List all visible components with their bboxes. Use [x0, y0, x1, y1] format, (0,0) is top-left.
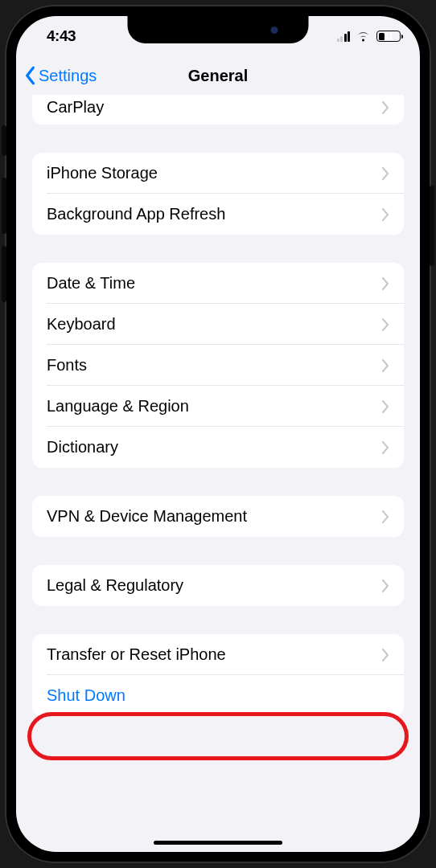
- wifi-icon: [356, 31, 371, 42]
- status-right: 31: [337, 31, 401, 42]
- row-label: Background App Refresh: [47, 205, 225, 223]
- section-legal: Legal & Regulatory: [32, 565, 404, 606]
- chevron-right-icon: [382, 400, 389, 413]
- row-label: Transfer or Reset iPhone: [47, 645, 226, 664]
- row-language-region[interactable]: Language & Region: [32, 386, 404, 427]
- row-label: Dictionary: [47, 438, 118, 457]
- chevron-right-icon: [382, 649, 389, 661]
- row-transfer-or-reset[interactable]: Transfer or Reset iPhone: [32, 634, 404, 675]
- row-iphone-storage[interactable]: iPhone Storage: [32, 153, 404, 194]
- chevron-left-icon: [24, 66, 35, 85]
- section-storage: iPhone Storage Background App Refresh: [32, 153, 404, 235]
- row-date-time[interactable]: Date & Time: [32, 263, 404, 304]
- chevron-right-icon: [382, 441, 389, 454]
- battery-percent: 31: [377, 32, 400, 41]
- row-label: Keyboard: [47, 315, 116, 334]
- row-label: Date & Time: [47, 274, 135, 293]
- back-button[interactable]: Settings: [24, 66, 97, 85]
- row-label: Shut Down: [47, 686, 125, 705]
- section-carplay: CarPlay: [32, 95, 404, 125]
- row-legal-regulatory[interactable]: Legal & Regulatory: [32, 565, 404, 606]
- volume-down-button: [2, 246, 6, 302]
- section-locale: Date & Time Keyboard Fonts Language & Re…: [32, 263, 404, 468]
- row-dictionary[interactable]: Dictionary: [32, 427, 404, 468]
- chevron-right-icon: [382, 167, 389, 180]
- chevron-right-icon: [382, 579, 389, 592]
- row-label: iPhone Storage: [47, 164, 158, 182]
- cellular-icon: [337, 31, 351, 42]
- row-fonts[interactable]: Fonts: [32, 345, 404, 386]
- notch: [128, 16, 309, 43]
- home-indicator[interactable]: [154, 841, 282, 845]
- row-shut-down[interactable]: Shut Down: [32, 675, 404, 716]
- settings-content[interactable]: CarPlay iPhone Storage Background App Re…: [16, 95, 420, 852]
- row-label: Language & Region: [47, 397, 189, 416]
- row-label: CarPlay: [47, 98, 104, 117]
- row-label: Legal & Regulatory: [47, 576, 183, 595]
- volume-up-button: [2, 178, 6, 234]
- status-time: 4:43: [47, 27, 76, 45]
- nav-bar: Settings General: [16, 56, 420, 95]
- chevron-right-icon: [382, 359, 389, 372]
- phone-frame: 4:43 31 Settings General: [5, 5, 431, 863]
- screen: 4:43 31 Settings General: [16, 16, 420, 852]
- side-button: [430, 186, 434, 266]
- chevron-right-icon: [382, 208, 389, 221]
- battery-icon: 31: [376, 31, 401, 42]
- row-vpn-device-management[interactable]: VPN & Device Management: [32, 496, 404, 537]
- mute-switch: [2, 125, 6, 156]
- row-background-app-refresh[interactable]: Background App Refresh: [32, 194, 404, 235]
- chevron-right-icon: [382, 277, 389, 290]
- row-label: VPN & Device Management: [47, 507, 247, 526]
- section-reset: Transfer or Reset iPhone Shut Down: [32, 634, 404, 716]
- section-vpn: VPN & Device Management: [32, 496, 404, 537]
- row-keyboard[interactable]: Keyboard: [32, 304, 404, 345]
- chevron-right-icon: [382, 318, 389, 331]
- row-label: Fonts: [47, 356, 87, 375]
- camera-dot: [271, 27, 278, 34]
- chevron-right-icon: [382, 510, 389, 523]
- row-carplay[interactable]: CarPlay: [32, 95, 404, 125]
- chevron-right-icon: [382, 101, 389, 114]
- back-label: Settings: [39, 67, 97, 85]
